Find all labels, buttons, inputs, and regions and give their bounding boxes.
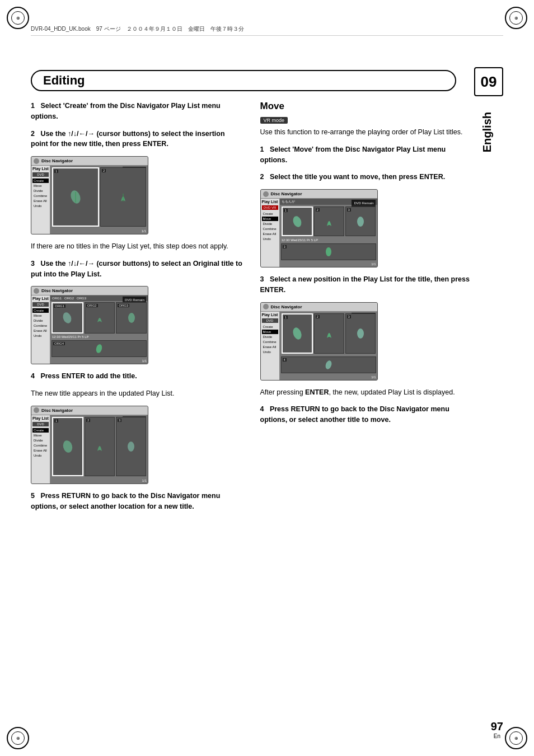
r-menu-combine-2: Combine	[262, 340, 278, 344]
move-intro-text: Use this function to re-arrange the play…	[260, 128, 463, 136]
move-step-2-num: 2	[260, 173, 264, 181]
playlist-label-3: Play List	[32, 416, 49, 420]
disc-icon-3	[34, 407, 39, 413]
r-menu-undo-1: Undo	[262, 237, 278, 241]
svg-point-5	[95, 344, 103, 354]
r-screen-2-thumbs: 1 2	[280, 312, 377, 355]
r-thumb-2-r2-icon	[323, 359, 334, 370]
dvd-label-2: DVD	[32, 302, 49, 307]
menu-divide-3: Divide	[32, 438, 49, 443]
screen-3: Disc Navigator Play List DVD Create Move…	[31, 406, 148, 484]
disc-icon-r1	[263, 191, 269, 197]
move-note: After pressing ENTER, the new, updated P…	[260, 387, 473, 398]
thumb-2-2-icon	[93, 311, 106, 325]
screen-2-title: Disc Navigator	[41, 288, 73, 293]
r-screen-2: Disc Navigator Play List DVD Create Move…	[260, 302, 378, 381]
step-3-num: 3	[31, 260, 35, 267]
r-screen-1-info: 12:30 Wed15/11 Pr 5 LP	[280, 238, 377, 242]
step-2-num: 2	[31, 130, 35, 138]
screen-1-title: Disc Navigator	[41, 158, 73, 163]
menu-erase-2: Erase All	[32, 328, 49, 333]
screen-1-body: Play List DVD Create Move Divide Combine…	[31, 166, 148, 234]
svg-point-12	[357, 328, 364, 339]
r-screen-1: Disc Navigator Play List DVD VR Create M…	[260, 189, 378, 267]
svg-point-13	[324, 359, 332, 369]
chapter-number: 09	[481, 73, 497, 91]
r-menu-move-1: Move	[262, 217, 278, 221]
step-5-num: 5	[31, 492, 35, 500]
r-playlist-label-1: Play List	[262, 200, 278, 204]
menu-divide-2: Divide	[32, 318, 49, 323]
r-menu-undo-2: Undo	[262, 350, 278, 354]
screen-3-wrap: Disc Navigator Play List DVD Create Move…	[31, 406, 243, 484]
r-thumb-1-1: 1	[282, 206, 313, 236]
move-step-4: 4 Press RETURN to go back to the Disc Na…	[260, 404, 473, 425]
r-screen-1-sidebar: Play List DVD VR Create Move Divide Comb…	[261, 199, 280, 267]
svg-point-7	[128, 442, 134, 452]
thumb-1-1-icon	[68, 189, 83, 205]
step-2: 2 Use the ↑/↓/←/→ (cursor buttons) to se…	[31, 129, 243, 150]
r-screen-2-row2: 4	[280, 355, 377, 374]
menu-create-1: Create	[32, 179, 49, 183]
header-bar: DVR-04_HDD_UK.book 97 ページ ２００４年９月１０日 金曜日…	[31, 24, 503, 36]
disc-icon-2	[34, 288, 39, 294]
page-sub: En	[491, 733, 503, 739]
thumb-2-1-icon	[60, 311, 74, 325]
step-5-text: Press RETURN to go back to the Disc Navi…	[31, 492, 220, 510]
step-4-sub-text: The new title appears in the updated Pla…	[31, 389, 174, 397]
r-thumb-1-2: 2	[314, 206, 344, 236]
screen-1-header: Disc Navigator	[31, 157, 148, 166]
thumb-2-org3: ORG3	[116, 302, 147, 334]
menu-combine-2: Combine	[32, 323, 49, 328]
r-dvd-label-2: DVD	[262, 318, 278, 323]
r-thumb-1-3: 3	[345, 206, 376, 236]
main-content: 1 Select 'Create' from the Disc Navigato…	[31, 101, 472, 722]
left-column: 1 Select 'Create' from the Disc Navigato…	[31, 101, 243, 518]
vertical-language-label: English	[481, 112, 503, 152]
svg-point-3	[62, 311, 73, 325]
page-title: Editing	[43, 73, 85, 88]
menu-create-2: Create	[32, 308, 49, 313]
thumb-3-3: 3	[116, 417, 146, 476]
r-screen-2-wrap: Disc Navigator Play List DVD Create Move…	[260, 302, 473, 381]
screen-1: Disc Navigator Play List DVD Create Move…	[31, 156, 148, 234]
menu-move-1: Move	[32, 184, 49, 188]
r-thumb-2-3-icon	[353, 326, 368, 341]
thumb-1-2-icon	[115, 189, 131, 205]
screen-1-sidebar: Play List DVD Create Move Divide Combine…	[31, 166, 50, 234]
r-thumb-1-3-icon	[353, 214, 368, 229]
r-screen-2-title: Disc Navigator	[271, 304, 302, 309]
corner-tl: ⊕	[7, 7, 29, 29]
page-number-block: 97 En	[491, 720, 503, 739]
file-info: DVR-04_HDD_UK.book 97 ページ ２００４年９月１０日 金曜日…	[31, 25, 244, 33]
move-step-1: 1 Select 'Move' from the Disc Navigator …	[260, 144, 473, 166]
r-screen-1-row2: 3	[280, 242, 377, 261]
step-1-num: 1	[31, 102, 35, 110]
step-2-text: Use the ↑/↓/←/→ (cursor buttons) to sele…	[31, 130, 225, 148]
menu-combine-1: Combine	[32, 194, 49, 198]
r-thumb-2-1: 1	[282, 313, 313, 354]
r-menu-move-2: Move	[262, 330, 278, 334]
screen-2: Disc Navigator Play List DVD Create Move…	[31, 286, 148, 364]
r-menu-divide-2: Divide	[262, 335, 278, 339]
thumb-2-4-icon	[93, 343, 105, 354]
r-thumb-1-2-icon	[321, 214, 337, 229]
step-4: 4 Press ENTER to add the title.	[31, 371, 243, 382]
move-step-3-num: 3	[260, 275, 264, 283]
menu-undo-3: Undo	[32, 453, 49, 458]
corner-inner-br: ⊕	[509, 731, 523, 745]
step-note: If there are no titles in the Play List …	[31, 241, 243, 252]
move-note-text: After pressing ENTER, the new, updated P…	[260, 388, 455, 396]
move-step-2: 2 Select the title you want to move, the…	[260, 172, 473, 182]
screen-2-row2: 12:30 Wed15/11 Pr 5 LP ORG4	[50, 335, 148, 358]
menu-create-3: Create	[32, 428, 49, 433]
step-3: 3 Use the ↑/↓/←/→ (cursor buttons) to se…	[31, 259, 243, 280]
screen-2-thumbs-row2: ORG4	[50, 339, 148, 358]
screen-2-body: Play List DVD Create Move Divide Combine…	[31, 295, 148, 364]
thumb-2-org1: ORG1	[51, 302, 83, 334]
thumb-2-org2: ORG2	[85, 302, 115, 334]
r-screen-2-header: Disc Navigator	[261, 303, 377, 312]
menu-undo-1: Undo	[32, 204, 49, 208]
dvd-label-1: DVD	[32, 172, 49, 177]
r-thumb-1-1-icon	[289, 214, 305, 229]
